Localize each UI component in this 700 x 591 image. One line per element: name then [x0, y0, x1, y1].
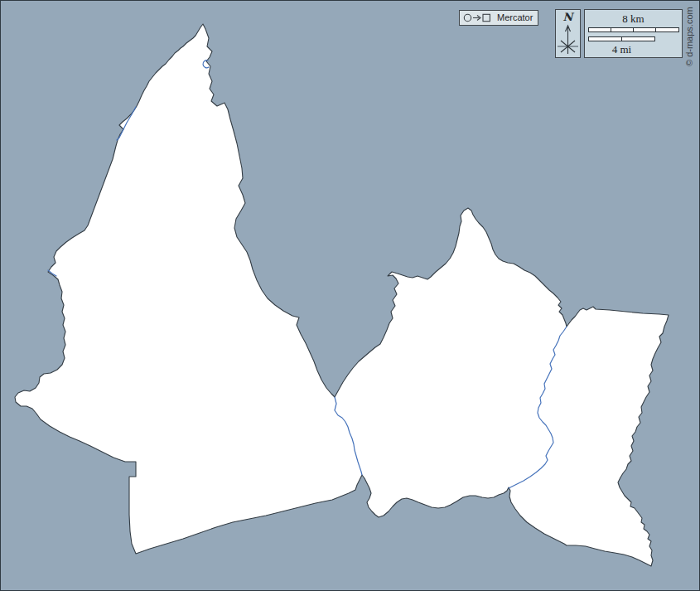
projection-transform-icon — [463, 12, 493, 23]
north-label: N — [556, 12, 580, 23]
projection-badge: Mercator — [459, 10, 538, 26]
scale-tick — [621, 37, 622, 41]
landmass — [15, 24, 669, 566]
scale-bar-km — [588, 27, 679, 32]
projection-label: Mercator — [497, 13, 533, 22]
scale-tick — [611, 28, 611, 31]
scale-tick — [633, 28, 634, 31]
map-canvas — [1, 1, 700, 591]
map-stage: Mercator N 8 km 4 mi © d-maps.com — [0, 0, 700, 591]
scale-bar-mi — [588, 36, 655, 41]
scale-panel: 8 km 4 mi — [584, 9, 683, 58]
scale-mi-label: 4 mi — [588, 44, 655, 55]
copyright-watermark: © d-maps.com — [683, 3, 695, 66]
compass-rose-icon — [556, 23, 580, 57]
scale-km-label: 8 km — [585, 13, 682, 24]
compass-panel: N — [555, 9, 581, 58]
scale-tick — [655, 28, 656, 31]
